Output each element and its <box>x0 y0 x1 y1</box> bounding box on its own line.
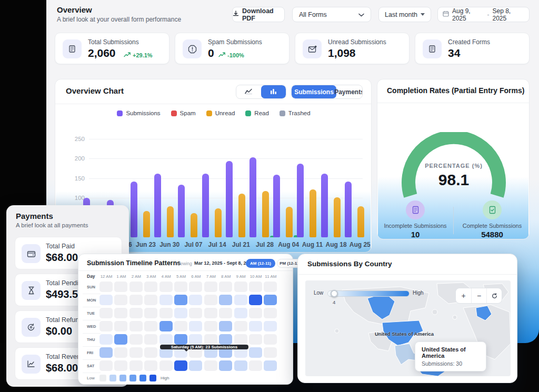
form-filter-select[interactable]: All Forms <box>292 7 371 22</box>
heatmap-cell[interactable] <box>189 295 202 305</box>
heatmap-cell[interactable] <box>114 347 127 358</box>
heatmap-cell[interactable] <box>144 282 157 292</box>
heatmap-cell[interactable] <box>219 295 232 305</box>
period-filter-select[interactable]: Last month <box>378 7 431 22</box>
download-pdf-button[interactable]: Download PDF <box>232 7 285 22</box>
bar-submissions[interactable] <box>321 174 328 237</box>
heatmap-cell[interactable] <box>129 347 143 358</box>
heatmap-cell[interactable] <box>129 282 143 292</box>
map-zoom-out-button[interactable]: − <box>471 288 486 303</box>
heatmap-cell[interactable] <box>219 282 232 292</box>
heatmap-cell[interactable] <box>189 282 202 292</box>
bar-submissions[interactable] <box>131 182 137 237</box>
heatmap-cell[interactable] <box>114 321 127 331</box>
heatmap-cell[interactable] <box>204 321 217 331</box>
heatmap-cell[interactable] <box>234 334 247 345</box>
bar-unread[interactable] <box>143 211 150 237</box>
heatmap-cell[interactable] <box>249 308 262 318</box>
heatmap-cell[interactable] <box>114 282 127 292</box>
heatmap-cell[interactable] <box>99 321 113 331</box>
heatmap-cell[interactable] <box>249 321 262 331</box>
heatmap-cell[interactable] <box>264 282 277 292</box>
heatmap-cell[interactable] <box>264 295 277 305</box>
heatmap-cell[interactable] <box>219 321 232 331</box>
date-range-picker[interactable]: Aug 9, 2025 - Sep 8, 2025 <box>437 7 530 22</box>
map-scale-slider-handle[interactable] <box>331 290 338 297</box>
heatmap-cell[interactable] <box>144 334 157 345</box>
heatmap-cell[interactable] <box>144 308 157 318</box>
map-reset-button[interactable] <box>486 288 502 303</box>
bar-submissions[interactable] <box>273 175 280 237</box>
heatmap-cell[interactable] <box>189 360 202 371</box>
heatmap-cell[interactable] <box>264 334 277 345</box>
map-scale-slider-track[interactable] <box>327 290 410 297</box>
heatmap-cell[interactable] <box>204 282 217 292</box>
bar-unread[interactable] <box>262 191 269 237</box>
heatmap-cell[interactable] <box>234 308 247 318</box>
heatmap-cell[interactable] <box>144 295 157 305</box>
bar-submissions[interactable] <box>178 185 185 238</box>
heatmap-cell[interactable] <box>249 334 262 345</box>
bar-unread[interactable] <box>286 207 293 237</box>
world-map[interactable]: Low High 4 + − United States of America … <box>305 280 511 376</box>
bar-unread[interactable] <box>191 213 197 237</box>
heatmap-cell[interactable] <box>174 282 187 292</box>
heatmap-cell[interactable] <box>129 360 143 371</box>
heatmap-cell[interactable] <box>249 347 262 358</box>
heatmap-cell[interactable] <box>99 295 113 305</box>
bar-submissions[interactable] <box>226 161 233 238</box>
heatmap-cell[interactable] <box>144 360 157 371</box>
heatmap-cell[interactable] <box>234 321 247 331</box>
heatmap-cell[interactable] <box>99 308 113 318</box>
heatmap-cell[interactable] <box>264 360 277 371</box>
heatmap-cell[interactable] <box>204 360 217 371</box>
heatmap-cell[interactable] <box>129 295 143 305</box>
heatmap-cell[interactable] <box>144 321 157 331</box>
heatmap-cell[interactable] <box>159 334 173 345</box>
heatmap-cell[interactable] <box>159 360 173 371</box>
heatmap-cell[interactable] <box>234 360 247 371</box>
heatmap-cell[interactable] <box>264 308 277 318</box>
heatmap-cell[interactable] <box>189 321 202 331</box>
heatmap-cell[interactable] <box>99 334 113 345</box>
heatmap-cell[interactable] <box>159 308 173 318</box>
bar-submissions[interactable] <box>345 182 352 237</box>
heatmap-cell[interactable] <box>204 308 217 318</box>
heatmap-cell[interactable] <box>159 282 173 292</box>
heatmap-cell[interactable] <box>264 347 277 358</box>
bar-submissions[interactable] <box>202 174 209 237</box>
heatmap-cell[interactable] <box>249 360 262 371</box>
heatmap-cell[interactable] <box>204 295 217 305</box>
bar-submissions[interactable] <box>297 164 304 237</box>
heatmap-cell[interactable] <box>129 321 143 331</box>
heatmap-cell[interactable] <box>189 334 202 345</box>
map-zoom-in-button[interactable]: + <box>456 288 471 303</box>
heatmap-cell[interactable] <box>234 282 247 292</box>
heatmap-cell[interactable] <box>174 295 187 305</box>
heatmap-cell[interactable] <box>99 347 113 358</box>
heatmap-cell[interactable] <box>249 282 262 292</box>
heatmap-cell[interactable] <box>174 321 187 331</box>
heatmap-cell[interactable] <box>99 360 113 371</box>
bar-unread[interactable] <box>238 194 245 237</box>
heatmap-cell[interactable] <box>219 360 232 371</box>
heatmap-cell[interactable] <box>219 308 232 318</box>
heatmap-cell[interactable] <box>174 360 187 371</box>
bar-unread[interactable] <box>310 189 316 238</box>
bar-unread[interactable] <box>215 208 222 238</box>
heatmap-cell[interactable] <box>114 308 127 318</box>
bar-unread[interactable] <box>357 206 364 237</box>
heatmap-cell[interactable] <box>114 360 127 371</box>
heatmap-cell[interactable] <box>234 295 247 305</box>
heatmap-cell[interactable] <box>114 295 127 305</box>
heatmap-cell[interactable] <box>174 308 187 318</box>
heatmap-cell[interactable] <box>129 308 143 318</box>
bar-unread[interactable] <box>167 206 174 237</box>
bar-submissions[interactable] <box>154 174 161 237</box>
bar-unread[interactable] <box>334 197 341 237</box>
bar-submissions[interactable] <box>249 157 256 237</box>
heatmap-cell[interactable] <box>174 334 187 345</box>
heatmap-cell[interactable] <box>159 295 173 305</box>
heatmap-cell[interactable] <box>219 334 232 345</box>
heatmap-cell[interactable] <box>129 334 143 345</box>
